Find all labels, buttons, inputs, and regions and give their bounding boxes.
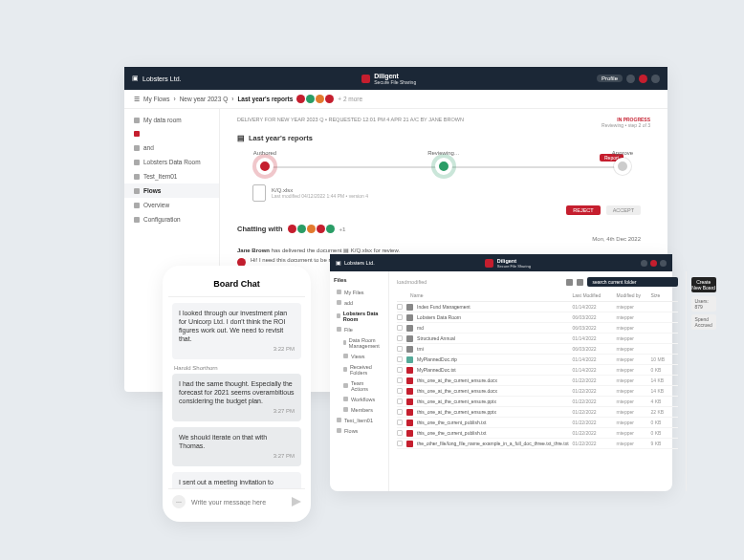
step-authored[interactable] xyxy=(256,158,274,175)
step-reviewing[interactable] xyxy=(435,158,452,175)
item-icon xyxy=(343,367,347,372)
table-row[interactable]: Index Fund Management01/14/2022mtepper xyxy=(397,302,677,312)
item-icon xyxy=(337,418,341,422)
attachment-icon[interactable]: ··· xyxy=(172,495,186,508)
item-icon xyxy=(343,397,348,401)
file-icon xyxy=(406,441,413,447)
profile-pill[interactable]: Profile xyxy=(597,75,623,82)
row-checkbox[interactable] xyxy=(397,346,403,352)
chat-bubble[interactable]: I sent out a meeting invitation to discu… xyxy=(172,472,301,488)
icon[interactable] xyxy=(641,260,647,267)
sidebar-item-config[interactable]: Configuration xyxy=(124,212,219,226)
diligent-logo-icon xyxy=(485,259,493,268)
file-icon: ▤ xyxy=(343,248,349,253)
tablet-sidebar-item[interactable]: Views xyxy=(334,351,384,361)
sidebar-item-test[interactable]: Test_Item01 xyxy=(124,169,219,183)
table-row[interactable]: Lobsters Data Room06/03/2022mtepper xyxy=(397,312,677,323)
org-name: Lobsters Ltd. xyxy=(142,75,181,82)
phone-input-bar: ··· xyxy=(168,488,305,514)
table-row[interactable]: this_one_at_the_current_ensure.pptx01/22… xyxy=(397,407,677,418)
chat-bubble[interactable]: We should iterate on that with Thomas.3:… xyxy=(172,427,301,466)
sidebar-item-overview[interactable]: Overview xyxy=(124,198,219,212)
table-row[interactable]: this_one_the_current_publish.txt01/22/20… xyxy=(397,428,677,439)
table-row[interactable]: this_one_at_the_current_ensure.docx01/22… xyxy=(397,386,677,397)
row-checkbox[interactable] xyxy=(397,325,403,331)
tablet-sidebar-item[interactable]: My Files xyxy=(334,287,384,297)
workflow-steps: Report Authored Reviewing… Approve xyxy=(237,150,650,184)
tablet-sidebar-item[interactable]: Workflows xyxy=(334,394,384,404)
breadcrumb-2[interactable]: New year 2023 Q xyxy=(180,96,229,102)
item-icon xyxy=(337,313,340,318)
right-chip[interactable]: Users: 879 xyxy=(691,296,716,312)
row-checkbox[interactable] xyxy=(397,441,403,446)
sidebar-item-1[interactable] xyxy=(124,127,219,140)
toolbar-upload-icon[interactable] xyxy=(577,279,583,286)
sidebar-item-flows[interactable]: Flows xyxy=(124,183,219,198)
folder-icon xyxy=(406,304,413,311)
table-row[interactable]: this_one_the_current_publish.txt01/22/20… xyxy=(397,418,677,428)
table-row[interactable]: this_one_at_the_current_ensure.pptx01/22… xyxy=(397,397,677,407)
row-checkbox[interactable] xyxy=(397,377,403,383)
search-input[interactable]: search current folder xyxy=(587,277,678,287)
create-board-button[interactable]: Create New Board xyxy=(691,277,716,292)
sidebar-item-mydata[interactable]: My data room xyxy=(124,113,219,127)
send-icon[interactable] xyxy=(292,497,301,506)
row-checkbox[interactable] xyxy=(397,314,403,320)
reject-button[interactable]: REJECT xyxy=(566,205,600,215)
tablet-sidebar-item[interactable]: Flows xyxy=(334,425,384,436)
row-checkbox[interactable] xyxy=(397,398,403,404)
row-checkbox[interactable] xyxy=(397,409,403,415)
row-checkbox[interactable] xyxy=(397,420,403,425)
tablet-sidebar-item[interactable]: Lobsters Data Room xyxy=(334,308,384,324)
message-input[interactable] xyxy=(191,499,286,506)
tablet-sidebar-item[interactable]: Members xyxy=(334,404,384,415)
tablet-sidebar-item[interactable]: Test_Item01 xyxy=(334,415,384,425)
file-chip[interactable]: K/Q.xlsxLast modified 04/12/2022 1:44 PM… xyxy=(252,184,650,202)
folder-icon xyxy=(406,314,413,321)
breadcrumb-more[interactable]: + 2 more xyxy=(338,96,362,102)
sidebar-item-and[interactable]: and xyxy=(124,140,219,155)
tablet-right-panel: Create New Board Users: 879 Spend Accrue… xyxy=(686,271,721,491)
step-approve[interactable] xyxy=(614,158,631,175)
icon[interactable] xyxy=(660,260,667,267)
notification-icon[interactable] xyxy=(626,75,635,83)
chat-bubble[interactable]: I looked through our investment plan for… xyxy=(172,303,301,359)
breadcrumb-1[interactable]: My Flows xyxy=(143,96,169,102)
settings-icon[interactable] xyxy=(651,75,660,83)
user-avatar-icon[interactable] xyxy=(650,260,657,267)
item-icon xyxy=(343,354,348,358)
user-avatar-icon[interactable] xyxy=(639,75,647,83)
document-icon: ▤ xyxy=(237,134,245,142)
row-checkbox[interactable] xyxy=(397,356,403,362)
table-row[interactable]: Structured Annual01/14/2022mtepper xyxy=(397,334,677,344)
toolbar-new-icon[interactable] xyxy=(566,279,573,286)
table-row[interactable]: this_one_at_the_current_ensure.docx01/22… xyxy=(397,376,677,386)
file-icon xyxy=(406,420,413,426)
phone-mockup: Board Chat I looked through our investme… xyxy=(163,266,311,522)
sort-label[interactable]: loadmodified xyxy=(397,279,427,285)
tablet-sidebar-item[interactable]: add xyxy=(334,297,384,308)
row-checkbox[interactable] xyxy=(397,430,403,436)
row-checkbox[interactable] xyxy=(397,367,403,373)
table-row[interactable]: md06/03/2022mtepper xyxy=(397,323,677,334)
tablet-sidebar-item[interactable]: File xyxy=(334,324,384,334)
accept-button[interactable]: ACCEPT xyxy=(606,205,641,215)
phone-chat[interactable]: I looked through our investment plan for… xyxy=(168,297,305,488)
tablet-sidebar: Files My FilesaddLobsters Data RoomFileD… xyxy=(330,271,389,491)
table-row[interactable]: tmi06/03/2022mtepper xyxy=(397,344,677,355)
row-checkbox[interactable] xyxy=(397,304,403,310)
table-row[interactable]: the_other_file/long_file_name_example_in… xyxy=(397,439,677,449)
table-row[interactable]: MyPlannedDoc.txt01/14/2022mtepper0 KB xyxy=(397,365,677,376)
breadcrumb-3[interactable]: Last year's reports xyxy=(237,96,293,102)
tablet-sidebar-item[interactable]: Data Room Management xyxy=(334,334,384,351)
row-checkbox[interactable] xyxy=(397,388,403,394)
row-checkbox[interactable] xyxy=(397,335,403,341)
right-chip[interactable]: Spend Accrued xyxy=(691,314,716,330)
table-row[interactable]: MyPlannedDoc.zip01/14/2022mtepper10 MB xyxy=(397,355,677,365)
chat-delivery-msg: Jane Brown has delivered the document ▤ … xyxy=(237,247,650,253)
brand-logo: Diligent Secure File Sharing xyxy=(361,73,416,85)
chat-bubble[interactable]: I had the same thought. Especially the f… xyxy=(172,374,301,421)
sidebar-item-lobsters[interactable]: Lobsters Data Room xyxy=(124,155,219,169)
tablet-sidebar-item[interactable]: Received Folders xyxy=(334,361,384,377)
tablet-sidebar-item[interactable]: Team Actions xyxy=(334,377,384,394)
